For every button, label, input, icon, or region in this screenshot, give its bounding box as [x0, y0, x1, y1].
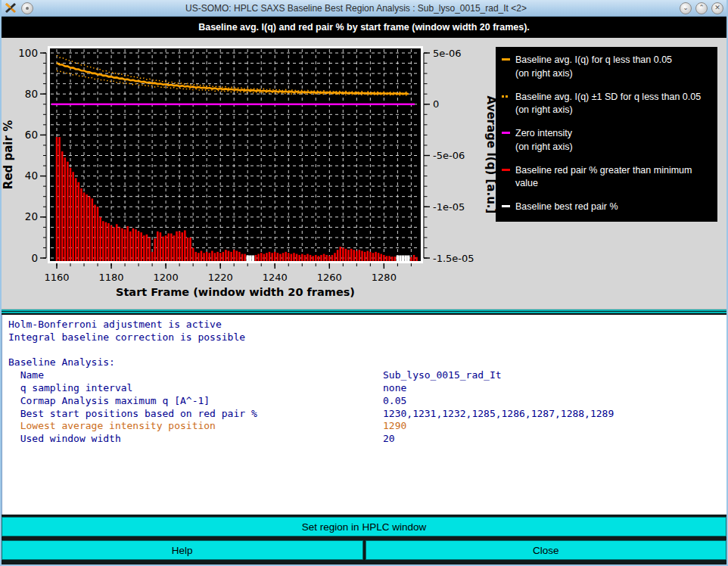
svg-text:-1.5e-05: -1.5e-05 — [433, 253, 474, 264]
analysis-row: Used window width20 — [8, 433, 727, 446]
analysis-label: Lowest average intensity position — [8, 420, 383, 433]
legend-item: Zero intensity(on right axis) — [502, 127, 710, 154]
legend-line-icon — [502, 58, 515, 61]
unshade-button[interactable]: ⌃ — [695, 2, 708, 14]
analysis-label: Baseline Analysis: — [8, 356, 115, 369]
chart-legend: Baseline avg. I(q) for q less than 0.05(… — [496, 47, 717, 222]
analysis-value: 20 — [383, 433, 395, 446]
svg-text:1180: 1180 — [99, 272, 124, 283]
svg-text:20: 20 — [25, 210, 38, 222]
legend-item-label: Baseline avg. I(q) for q less than 0.05(… — [515, 54, 672, 81]
svg-text:60: 60 — [25, 129, 38, 141]
analysis-label: Used window width — [8, 433, 383, 446]
analysis-value: 1290 — [383, 420, 406, 433]
legend-dotted-line-icon — [502, 95, 515, 98]
analysis-value: 1230,1231,1232,1285,1286,1287,1288,1289 — [383, 408, 614, 421]
analysis-row: Lowest average intensity position1290 — [8, 420, 727, 433]
app-icon — [5, 2, 17, 14]
legend-item: Baseline red pair % greater than minimum… — [502, 164, 710, 191]
svg-text:1260: 1260 — [317, 272, 342, 283]
svg-text:0: 0 — [433, 98, 439, 110]
analysis-value: Sub_lyso_0015_rad_It — [383, 369, 502, 382]
analysis-value: none — [383, 382, 406, 395]
help-button[interactable]: Help — [2, 540, 363, 560]
legend-line-icon — [502, 205, 515, 207]
legend-item-label: Baseline avg. I(q) ±1 SD for q less than… — [515, 91, 701, 118]
svg-text:Start Frame (window width 20 f: Start Frame (window width 20 frames) — [116, 286, 355, 298]
svg-text:5e-06: 5e-06 — [433, 48, 462, 59]
chevron-up-icon: ⌃ — [698, 5, 705, 11]
analysis-row: NameSub_lyso_0015_rad_It — [8, 369, 727, 382]
shade-button[interactable]: ⌄ — [680, 2, 692, 14]
svg-text:1280: 1280 — [372, 272, 397, 283]
window-title: US-SOMO: HPLC SAXS Baseline Best Region … — [36, 3, 676, 14]
legend-item-label: Baseline best red pair % — [515, 201, 618, 214]
svg-text:1200: 1200 — [154, 272, 179, 283]
analysis-label: Holm-Bonferroni adjustment is active — [8, 319, 222, 331]
legend-item: Baseline avg. I(q) for q less than 0.05(… — [502, 54, 710, 81]
set-region-button[interactable]: Set region in HPLC window — [2, 517, 726, 536]
analysis-row: Holm-Bonferroni adjustment is active — [8, 319, 727, 331]
legend-item-label: Zero intensity(on right axis) — [515, 127, 573, 154]
analysis-row: Cormap Analysis maximum q [A^-1]0.05 — [8, 395, 727, 408]
analysis-row: Integral baseline correction is possible — [8, 331, 727, 344]
svg-text:-5e-06: -5e-06 — [433, 150, 465, 161]
analysis-label: Cormap Analysis maximum q [A^-1] — [8, 395, 383, 408]
legend-item: Baseline avg. I(q) ±1 SD for q less than… — [502, 91, 710, 118]
close-icon: ✕ — [714, 5, 720, 11]
analysis-row — [8, 344, 727, 357]
close-window-button[interactable]: ✕ — [711, 2, 723, 14]
title-bar[interactable]: US-SOMO: HPLC SAXS Baseline Best Region … — [0, 0, 728, 17]
analysis-label: Name — [8, 369, 383, 382]
svg-text:100: 100 — [18, 47, 38, 59]
button-bar: Set region in HPLC window Help Close — [0, 515, 728, 566]
analysis-row: q sampling intervalnone — [8, 382, 727, 395]
analysis-row: Baseline Analysis: — [8, 356, 727, 369]
svg-text:1240: 1240 — [263, 272, 288, 283]
panel-splitter[interactable] — [0, 309, 728, 315]
analysis-value: 0.05 — [383, 395, 406, 408]
chevron-down-icon: ⌄ — [683, 5, 689, 11]
svg-text:-1e-05: -1e-05 — [433, 201, 465, 213]
analysis-label: Best start positions based on red pair % — [8, 408, 383, 421]
legend-item-label: Baseline red pair % greater than minimum… — [515, 164, 710, 191]
analysis-label: q sampling interval — [8, 382, 383, 395]
window-menu-button[interactable] — [21, 2, 33, 14]
svg-text:1160: 1160 — [44, 272, 69, 283]
chart-header-text: Baseline avg. I(q) and red pair % by sta… — [198, 22, 530, 33]
chart-area: 1160118012001220124012601280Start Frame … — [0, 38, 728, 309]
svg-text:0: 0 — [31, 252, 38, 264]
legend-line-icon — [502, 169, 515, 171]
analysis-label: Integral baseline correction is possible — [8, 331, 245, 344]
chart-header-bar: Baseline avg. I(q) and red pair % by sta… — [0, 17, 728, 38]
svg-text:40: 40 — [25, 169, 38, 182]
analysis-text-panel[interactable]: Holm-Bonferroni adjustment is activeInte… — [0, 315, 728, 515]
close-button[interactable]: Close — [366, 540, 727, 560]
svg-text:1220: 1220 — [208, 272, 233, 283]
legend-item: Baseline best red pair % — [502, 201, 710, 214]
legend-line-icon — [502, 132, 515, 134]
analysis-label — [8, 344, 14, 357]
svg-text:Red pair %: Red pair % — [2, 120, 15, 189]
svg-text:80: 80 — [25, 88, 38, 100]
app-window: US-SOMO: HPLC SAXS Baseline Best Region … — [0, 0, 728, 566]
analysis-row: Best start positions based on red pair %… — [8, 408, 727, 421]
